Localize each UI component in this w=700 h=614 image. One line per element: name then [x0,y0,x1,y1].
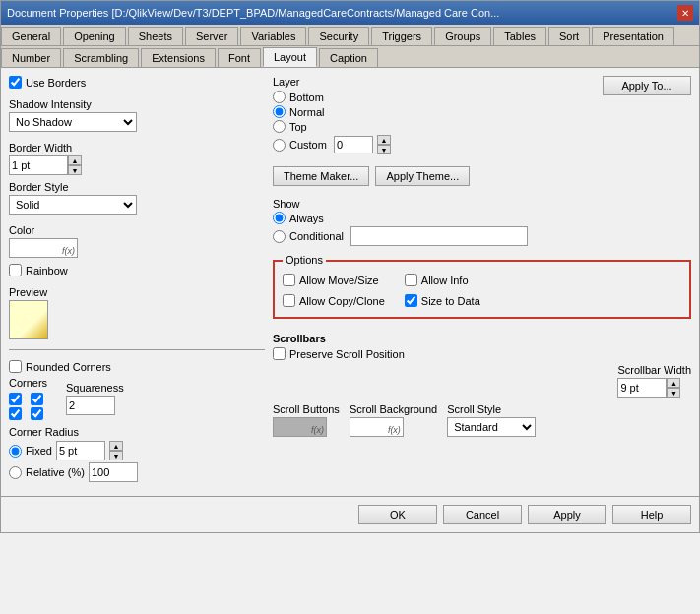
corner-bl-checkbox[interactable] [9,407,22,420]
apply-to-button[interactable]: Apply To... [603,76,691,95]
show-label: Show [273,198,691,210]
tab-extensions[interactable]: Extensions [141,48,216,67]
layer-custom-value[interactable] [334,136,373,154]
relative-radius-row: Relative (%) [9,462,265,482]
tab-presentation[interactable]: Presentation [592,27,674,45]
scroll-background-preview[interactable]: f(x) [350,417,404,437]
fixed-up[interactable]: ▲ [109,441,123,451]
layer-top-radio[interactable] [273,120,286,133]
preserve-scroll-label: Preserve Scroll Position [289,348,405,360]
close-button[interactable]: ✕ [677,5,693,21]
size-to-data-label: Size to Data [421,295,480,307]
show-always-radio[interactable] [273,212,286,224]
relative-label: Relative (%) [26,466,85,478]
apply-theme-button[interactable]: Apply Theme... [375,166,470,186]
ok-button[interactable]: OK [358,505,437,524]
color-box[interactable]: f(x) [9,238,78,258]
scroll-buttons-section: Scroll Buttons f(x) [273,403,340,437]
scrollbar-width-up[interactable]: ▲ [667,378,680,388]
bottom-bar: OK Cancel Apply Help [1,496,699,532]
tab-server[interactable]: Server [185,27,238,45]
size-to-data-row: Size to Data [405,294,480,307]
tab-triggers[interactable]: Triggers [371,27,432,45]
preserve-scroll-checkbox[interactable] [273,347,286,360]
layer-custom-up[interactable]: ▲ [377,135,391,145]
scrollbars-section: Scrollbars Preserve Scroll Position Scro… [273,333,691,437]
preview-box [9,300,48,339]
allow-move-size-label: Allow Move/Size [299,275,379,286]
tab-tables[interactable]: Tables [493,27,546,45]
corner-tl-checkbox[interactable] [9,393,22,405]
scrollbar-width-down[interactable]: ▼ [667,388,680,398]
tab-opening[interactable]: Opening [63,27,126,45]
help-button[interactable]: Help [612,505,691,524]
tab-scrambling[interactable]: Scrambling [63,48,139,67]
allow-copy-clone-checkbox[interactable] [283,294,295,307]
tab-layout[interactable]: Layout [263,47,317,67]
theme-maker-button[interactable]: Theme Maker... [273,166,369,186]
relative-radio[interactable] [9,466,22,479]
rounded-corners-row: Rounded Corners [9,360,265,373]
shadow-intensity-select[interactable]: No Shadow Light Medium Heavy [9,112,137,132]
tab-sheets[interactable]: Sheets [128,27,183,45]
tab-font[interactable]: Font [218,48,261,67]
corners-label-col: Corners [9,377,50,420]
preview-label: Preview [9,286,265,298]
layer-bottom-radio[interactable] [273,91,286,103]
scrollbars-label: Scrollbars [273,333,691,344]
cancel-button[interactable]: Cancel [443,505,522,524]
size-to-data-checkbox[interactable] [405,294,417,307]
preserve-scroll-row: Preserve Scroll Position [273,347,691,360]
relative-value-input[interactable] [89,462,138,482]
tab-sort[interactable]: Sort [548,27,590,45]
rainbow-checkbox[interactable] [9,264,22,276]
tab-variables[interactable]: Variables [240,27,306,45]
use-borders-row: Use Borders [9,76,265,89]
show-conditional-input[interactable] [350,226,528,246]
allow-move-size-checkbox[interactable] [283,274,295,286]
tab-row-2: Number Scrambling Extensions Font Layout… [1,46,699,68]
layer-normal-label: Normal [289,106,324,118]
border-style-section: Border Style Solid Dashed Dotted [9,181,265,218]
tab-general[interactable]: General [1,27,61,45]
tab-security[interactable]: Security [308,27,369,45]
scrollbar-width-input[interactable] [617,378,667,398]
border-width-up[interactable]: ▲ [68,155,82,165]
fixed-value-input[interactable] [56,441,105,460]
corners-label: Corners [9,377,50,389]
border-style-select[interactable]: Solid Dashed Dotted [9,195,137,215]
tab-number[interactable]: Number [1,48,61,67]
corner-tr-checkbox[interactable] [31,393,43,405]
color-label: Color [9,224,265,236]
squareness-label: Squareness [66,382,124,394]
scrollbar-width-input-row: ▲ ▼ [617,378,691,398]
rounded-corners-checkbox[interactable] [9,360,22,373]
layer-custom-down[interactable]: ▼ [377,145,391,154]
corner-br-checkbox[interactable] [31,407,43,420]
layer-normal-radio[interactable] [273,105,286,118]
layer-section: Layer Bottom Normal Top [273,76,391,156]
border-width-input[interactable] [9,155,68,175]
rounded-corners-section: Rounded Corners Corners Squareness [9,360,265,484]
squareness-input[interactable] [66,396,115,415]
scroll-style-select[interactable]: Standard Flat 3D [447,417,536,437]
layer-label: Layer [273,76,391,88]
fixed-down[interactable]: ▼ [109,451,123,460]
apply-button[interactable]: Apply [528,505,606,524]
left-panel: Use Borders Shadow Intensity No Shadow L… [9,76,265,484]
border-width-down[interactable]: ▼ [68,165,82,175]
tab-caption[interactable]: Caption [319,48,378,67]
use-borders-checkbox[interactable] [9,76,22,89]
layer-bottom-row: Bottom [273,91,391,103]
allow-info-checkbox[interactable] [405,274,417,286]
fixed-radio[interactable] [9,445,22,458]
layer-custom-radio[interactable] [273,139,286,152]
allow-info-label: Allow Info [421,275,469,286]
scroll-style-label: Scroll Style [447,403,536,415]
show-conditional-label: Conditional [289,230,344,242]
scroll-bg-fx: f(x) [388,425,401,435]
tab-groups[interactable]: Groups [434,27,491,45]
scroll-buttons-preview[interactable]: f(x) [273,417,327,437]
shadow-intensity-row: No Shadow Light Medium Heavy [9,112,265,132]
show-conditional-radio[interactable] [273,230,286,243]
